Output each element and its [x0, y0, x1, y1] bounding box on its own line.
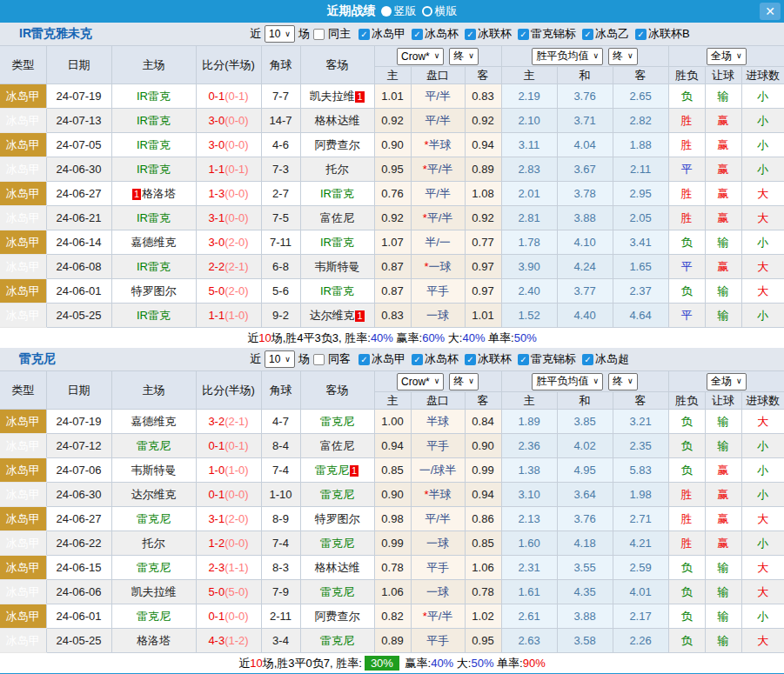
league-checkbox[interactable]: ✓ — [518, 354, 529, 365]
summary-segment: 90% — [523, 657, 546, 670]
league-checkbox[interactable]: ✓ — [465, 354, 476, 365]
date-cell: 24-06-01 — [46, 604, 111, 629]
col-result-handicap: 让球 — [705, 67, 741, 84]
odds-draw-cell: 3.76 — [557, 507, 613, 531]
league-checkbox[interactable]: ✓ — [582, 354, 593, 365]
league-checkbox-label[interactable]: 雷克锦标 — [531, 351, 576, 367]
check-icon: ✓ — [584, 355, 591, 364]
league-checkbox-label[interactable]: 冰岛超 — [595, 351, 629, 367]
col-home: 主场 — [111, 371, 196, 410]
league-checkbox-label[interactable]: 冰联杯 — [478, 351, 512, 367]
league-cell: 冰岛甲 — [0, 629, 46, 653]
horizontal-layout-label[interactable]: 横版 — [435, 3, 458, 19]
league-checkbox[interactable]: ✓ — [518, 29, 529, 40]
league-checkbox[interactable]: ✓ — [582, 29, 593, 40]
handicap-away-odds-cell: 0.90 — [465, 434, 501, 458]
league-checkbox-label[interactable]: 冰联杯 — [478, 26, 512, 42]
col-home: 主场 — [111, 46, 196, 84]
result-goals-cell: 大 — [741, 507, 784, 531]
scope-select[interactable]: 全场∨ — [707, 373, 747, 390]
match-row: 冰岛甲24-07-12雷克尼0-1(0-1)8-4富佐尼0.94平手0.902.… — [0, 434, 784, 458]
scope-select[interactable]: 全场∨ — [707, 48, 747, 65]
odds-away-cell: 2.26 — [613, 629, 668, 653]
final-odds-select[interactable]: 终∨ — [608, 48, 638, 65]
result-handicap-cell: 输 — [705, 410, 741, 434]
league-checkbox-label[interactable]: 雷克锦标 — [531, 26, 576, 42]
result-wdl-cell: 胜 — [668, 206, 705, 230]
chevron-down-icon: ∨ — [434, 52, 440, 60]
corner-cell: 4-7 — [261, 410, 300, 434]
same-venue-checkbox[interactable] — [313, 29, 325, 40]
same-venue-checkbox[interactable] — [313, 354, 325, 365]
same-venue-label[interactable]: 同主 — [328, 26, 351, 42]
league-checkbox-label[interactable]: 冰岛甲 — [372, 26, 405, 42]
col-result-goals: 进球数 — [741, 392, 784, 410]
section-controls: 近 10∨ 场 同客 ✓冰岛甲✓冰岛杯✓冰联杯✓雷克锦标✓冰岛超 — [250, 348, 629, 370]
odds-away-cell: 5.83 — [613, 458, 668, 483]
handicap-cell: 平手 — [411, 556, 465, 580]
home-team-cell: 凯夫拉维 — [111, 580, 196, 604]
odds-home-cell: 2.10 — [501, 109, 557, 133]
final-odds-select[interactable]: 终∨ — [449, 48, 479, 65]
odds-home-cell: 3.11 — [501, 133, 557, 157]
avg-odds-select[interactable]: 胜平负均值∨ — [532, 373, 603, 390]
league-checkbox-label[interactable]: 冰岛甲 — [372, 351, 405, 367]
col-odds-home: 主 — [501, 67, 557, 84]
col-odds-draw: 和 — [557, 67, 613, 84]
league-checkbox[interactable]: ✓ — [412, 354, 423, 365]
date-cell: 24-07-12 — [46, 434, 111, 458]
league-checkbox-label[interactable]: 冰联杯B — [648, 26, 690, 42]
games-count-select[interactable]: 10∨ — [265, 350, 295, 368]
corner-cell: 4-6 — [261, 133, 300, 157]
odds-away-cell: 4.21 — [613, 531, 668, 556]
odds-home-cell: 3.10 — [501, 483, 557, 507]
match-row: 冰岛甲24-06-30IR雷克1-1(0-1)7-3托尔0.95*平/半0.89… — [0, 157, 784, 182]
league-checkbox[interactable]: ✓ — [635, 29, 647, 40]
handicap-cell: *一球 — [411, 255, 465, 279]
league-checkbox[interactable]: ✓ — [358, 354, 370, 365]
odds-away-cell: 2.65 — [613, 84, 668, 109]
result-wdl-cell: 胜 — [668, 182, 705, 206]
away-team-cell: 雷克尼 — [300, 580, 374, 604]
vertical-layout-radio[interactable] — [381, 6, 392, 17]
col-score: 比分(半场) — [196, 46, 261, 84]
handicap-cell: 平手 — [411, 434, 465, 458]
horizontal-layout-radio[interactable] — [422, 6, 432, 17]
odds-draw-cell: 3.64 — [557, 483, 613, 507]
handicap-cell: 平/半 — [411, 507, 465, 531]
card-badge: 1 — [355, 310, 364, 322]
check-icon: ✓ — [466, 30, 473, 39]
league-cell: 冰岛甲 — [0, 84, 46, 109]
vertical-layout-label[interactable]: 竖版 — [394, 3, 417, 19]
league-checkbox[interactable]: ✓ — [465, 29, 476, 40]
handicap-filter-group: Crow*∨ 终∨ — [374, 371, 501, 392]
result-handicap-cell: 输 — [705, 604, 741, 629]
date-cell: 24-06-21 — [46, 206, 111, 230]
corner-cell: 2-7 — [261, 182, 300, 206]
home-team-cell: 韦斯特曼 — [111, 458, 196, 483]
odds-company-select[interactable]: Crow*∨ — [397, 373, 444, 390]
scope-filter-group: 全场∨ — [668, 371, 784, 392]
games-count-select[interactable]: 10∨ — [265, 25, 295, 43]
avg-odds-select[interactable]: 胜平负均值∨ — [532, 48, 603, 65]
result-handicap-cell: 输 — [705, 230, 741, 255]
result-wdl-cell: 负 — [668, 279, 705, 304]
league-checkbox[interactable]: ✓ — [412, 29, 423, 40]
league-checkbox-label[interactable]: 冰岛乙 — [595, 26, 629, 42]
league-cell: 冰岛甲 — [0, 230, 46, 255]
final-odds-select[interactable]: 终∨ — [608, 373, 638, 390]
odds-company-select[interactable]: Crow*∨ — [397, 48, 444, 65]
final-odds-select[interactable]: 终∨ — [449, 373, 479, 390]
league-cell: 冰岛甲 — [0, 531, 46, 556]
league-checkbox-label[interactable]: 冰岛杯 — [425, 351, 459, 367]
match-row: 冰岛甲24-06-22托尔1-2(0-0)7-4雷克尼0.99一球0.851.6… — [0, 531, 784, 556]
check-icon: ✓ — [584, 30, 591, 39]
handicap-home-odds-cell: 0.78 — [374, 556, 411, 580]
league-checkbox-label[interactable]: 冰岛杯 — [425, 26, 459, 42]
chevron-down-icon: ∨ — [468, 52, 474, 60]
away-team-cell: IR雷克 — [300, 230, 374, 255]
league-checkbox[interactable]: ✓ — [358, 29, 370, 40]
same-venue-label[interactable]: 同客 — [328, 351, 351, 367]
col-type: 类型 — [0, 46, 46, 84]
close-icon[interactable]: ✕ — [760, 3, 781, 20]
